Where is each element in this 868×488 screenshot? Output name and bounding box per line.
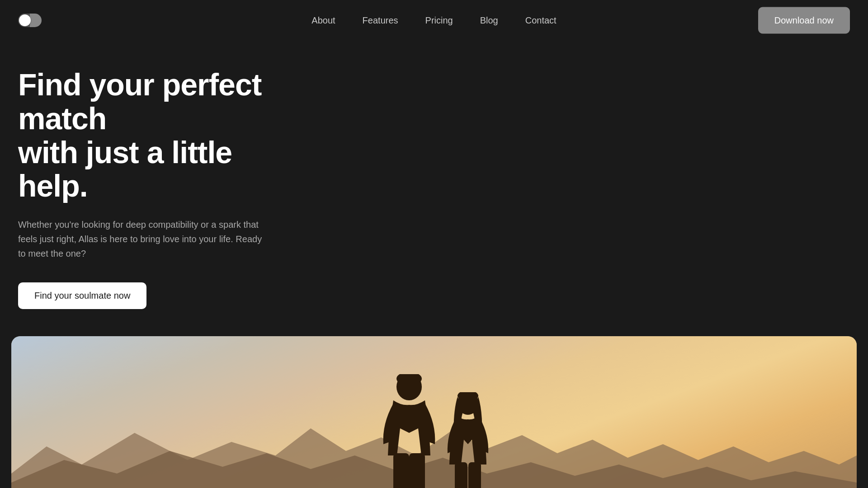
nav-item-contact[interactable]: Contact	[525, 15, 557, 26]
toggle-knob	[19, 14, 31, 26]
hero-subtitle: Whether you're looking for deep compatib…	[18, 217, 262, 261]
nav-link-blog[interactable]: Blog	[480, 15, 498, 25]
navbar: About Features Pricing Blog Contact Down…	[0, 0, 868, 41]
download-button[interactable]: Download now	[758, 7, 850, 34]
hero-title-line2: with just a little help.	[18, 135, 232, 203]
nav-link-about[interactable]: About	[311, 15, 335, 25]
person-male-silhouette	[380, 374, 439, 488]
svg-rect-3	[409, 453, 425, 488]
nav-link-contact[interactable]: Contact	[525, 15, 557, 25]
theme-toggle[interactable]	[18, 14, 42, 27]
svg-rect-7	[468, 462, 481, 488]
couple-scene	[11, 336, 857, 488]
svg-rect-2	[393, 453, 409, 488]
nav-item-features[interactable]: Features	[363, 15, 398, 26]
hero-title: Find your perfect match with just a litt…	[18, 68, 262, 203]
hero-image	[11, 336, 857, 488]
nav-link-features[interactable]: Features	[363, 15, 398, 25]
hero-title-line1: Find your perfect match	[18, 67, 261, 136]
nav-item-blog[interactable]: Blog	[480, 15, 498, 26]
toggle-switch[interactable]	[18, 14, 42, 27]
nav-link-pricing[interactable]: Pricing	[425, 15, 453, 25]
svg-rect-6	[455, 462, 467, 488]
cta-button[interactable]: Find your soulmate now	[18, 282, 146, 309]
nav-item-about[interactable]: About	[311, 15, 335, 26]
hero-section: Find your perfect match with just a litt…	[0, 41, 280, 336]
nav-links: About Features Pricing Blog Contact	[311, 15, 556, 26]
nav-item-pricing[interactable]: Pricing	[425, 15, 453, 26]
person-female-silhouette	[443, 392, 493, 488]
